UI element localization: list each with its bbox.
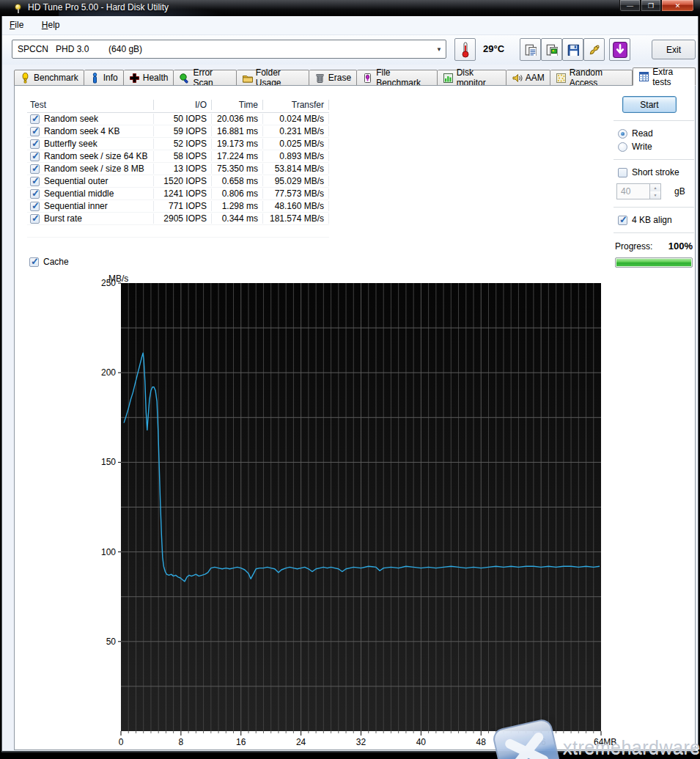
progress-label: Progress: <box>615 241 652 252</box>
copy-text-button[interactable] <box>520 38 541 61</box>
tab-extra-tests[interactable]: Extra tests <box>633 67 696 86</box>
copy-text-icon <box>524 43 537 56</box>
y-axis-tick-label: 150 <box>101 457 116 467</box>
io-value: 771 IOPS <box>154 201 212 211</box>
maximize-button[interactable]: ❐ <box>641 0 661 12</box>
test-checkbox[interactable] <box>30 189 40 199</box>
close-button[interactable]: ✕ <box>661 0 694 12</box>
cache-checkbox-row[interactable]: Cache <box>29 257 69 267</box>
transfer-value: 95.029 MB/s <box>263 176 329 186</box>
save-icon <box>567 43 579 56</box>
test-checkbox[interactable] <box>30 214 40 224</box>
tab-random-access[interactable]: Random Access <box>550 70 633 86</box>
read-radio-circle[interactable] <box>618 129 627 139</box>
short-stroke-checkbox[interactable] <box>618 168 627 177</box>
tab-label: Extra tests <box>652 67 690 87</box>
chevron-down-icon: ▼ <box>432 46 446 53</box>
tab-label: AAM <box>526 73 545 83</box>
test-checkbox[interactable] <box>30 177 40 186</box>
test-checkbox[interactable] <box>30 152 40 161</box>
short-stroke-checkbox-row[interactable]: Short stroke <box>618 167 694 177</box>
window-body: File Help SPCCN PHD 3.0 (640 gB) ▼ 29°C … <box>1 16 699 752</box>
test-name: Random seek / size 8 MB <box>44 164 144 174</box>
random-access-icon <box>556 73 567 84</box>
write-radio-label: Write <box>632 142 652 152</box>
time-value: 17.224 ms <box>212 151 263 161</box>
tab-error-scan[interactable]: Error Scan <box>174 70 236 86</box>
align-checkbox-row[interactable]: 4 KB align <box>618 215 694 225</box>
y-axis-tick-label: 250 <box>101 279 116 288</box>
drive-select[interactable]: SPCCN PHD 3.0 (640 gB) ▼ <box>12 40 446 59</box>
io-value: 1241 IOPS <box>154 188 212 199</box>
options-button[interactable] <box>583 38 605 61</box>
table-header: Test I/O Time Transfer <box>27 97 329 113</box>
read-radio-label: Read <box>632 128 653 139</box>
menu-file[interactable]: File <box>2 16 31 34</box>
error-scan-icon <box>179 73 190 84</box>
time-value: 1.298 ms <box>212 201 263 211</box>
short-stroke-size-input[interactable]: 40 <box>616 183 650 199</box>
test-name: Sequential inner <box>44 201 108 211</box>
short-stroke-stepper[interactable]: ▲▼ <box>650 183 661 199</box>
table-row[interactable]: Butterfly seek52 IOPS19.173 ms0.025 MB/s <box>27 138 329 150</box>
tab-disk-monitor[interactable]: Disk monitor <box>438 70 506 86</box>
test-name: Butterfly seek <box>44 139 97 149</box>
start-button[interactable]: Start <box>622 96 677 113</box>
test-checkbox[interactable] <box>30 202 40 211</box>
short-stroke-label: Short stroke <box>632 167 679 177</box>
transfer-value: 181.574 MB/s <box>263 213 329 224</box>
table-row[interactable]: Sequential inner771 IOPS1.298 ms48.160 M… <box>27 200 329 213</box>
short-stroke-unit: gB <box>674 186 685 197</box>
options-icon <box>588 43 600 56</box>
write-radio-circle[interactable] <box>618 142 627 152</box>
tab-aam[interactable]: AAM <box>506 70 550 86</box>
tab-erase[interactable]: Erase <box>309 70 357 86</box>
copy-image-icon <box>545 43 558 56</box>
column-header-time[interactable]: Time <box>212 100 263 110</box>
read-radio[interactable]: Read <box>618 128 694 139</box>
update-button[interactable] <box>609 38 630 61</box>
table-row[interactable]: Sequential middle1241 IOPS0.806 ms77.573… <box>27 188 329 200</box>
save-button[interactable] <box>562 38 583 61</box>
table-row[interactable]: Random seek / size 64 KB58 IOPS17.224 ms… <box>27 150 329 163</box>
io-value: 58 IOPS <box>154 151 212 161</box>
divider <box>614 120 694 121</box>
exit-button[interactable]: Exit <box>652 40 696 59</box>
write-radio[interactable]: Write <box>618 142 694 152</box>
title-bar[interactable]: HD Tune Pro 5.00 - Hard Disk Utility — ❐… <box>0 0 700 16</box>
align-checkbox[interactable] <box>618 216 627 225</box>
tab-file-benchmark[interactable]: File Benchmark <box>357 70 437 86</box>
column-header-io[interactable]: I/O <box>154 100 212 110</box>
minimize-button[interactable]: — <box>619 0 641 12</box>
time-value: 19.173 ms <box>212 139 263 149</box>
tab-info[interactable]: Info <box>84 70 124 86</box>
hd-tune-window: HD Tune Pro 5.00 - Hard Disk Utility — ❐… <box>0 0 700 759</box>
temperature-button[interactable] <box>454 38 476 61</box>
y-axis-tick-label: 100 <box>101 547 116 557</box>
extra-tests-panel: Test I/O Time Transfer Random seek50 IOP… <box>14 85 696 750</box>
table-row-empty <box>27 225 329 238</box>
table-row[interactable]: Random seek / size 8 MB13 IOPS75.350 ms5… <box>27 163 329 175</box>
table-row[interactable]: Burst rate2905 IOPS0.344 ms181.574 MB/s <box>27 213 329 225</box>
column-header-test[interactable]: Test <box>27 100 154 110</box>
test-checkbox[interactable] <box>30 164 40 174</box>
menu-help[interactable]: Help <box>34 16 67 34</box>
table-row[interactable]: Random seek50 IOPS20.036 ms0.024 MB/s <box>27 113 329 125</box>
test-checkbox[interactable] <box>30 127 40 136</box>
tab-benchmark[interactable]: Benchmark <box>14 70 84 86</box>
progress-bar <box>615 257 693 268</box>
copy-image-button[interactable] <box>541 38 562 61</box>
aam-icon <box>512 73 523 84</box>
column-header-transfer[interactable]: Transfer <box>263 100 329 110</box>
test-checkbox[interactable] <box>30 139 40 149</box>
table-row[interactable]: Sequential outer1520 IOPS0.658 ms95.029 … <box>27 175 329 188</box>
drive-select-value: SPCCN PHD 3.0 (640 gB) <box>12 44 432 54</box>
tab-health[interactable]: Health <box>124 70 174 86</box>
table-row[interactable]: Random seek 4 KB59 IOPS16.881 ms0.231 MB… <box>27 125 329 138</box>
x-axis-tick-label: 8 <box>179 737 184 747</box>
divider <box>614 207 694 208</box>
controls-panel: Start Read Write Short stroke 40 ▲▼ <box>614 93 694 268</box>
test-checkbox[interactable] <box>30 114 40 124</box>
cache-checkbox[interactable] <box>29 257 39 267</box>
tab-folder-usage[interactable]: Folder Usage <box>237 70 309 86</box>
